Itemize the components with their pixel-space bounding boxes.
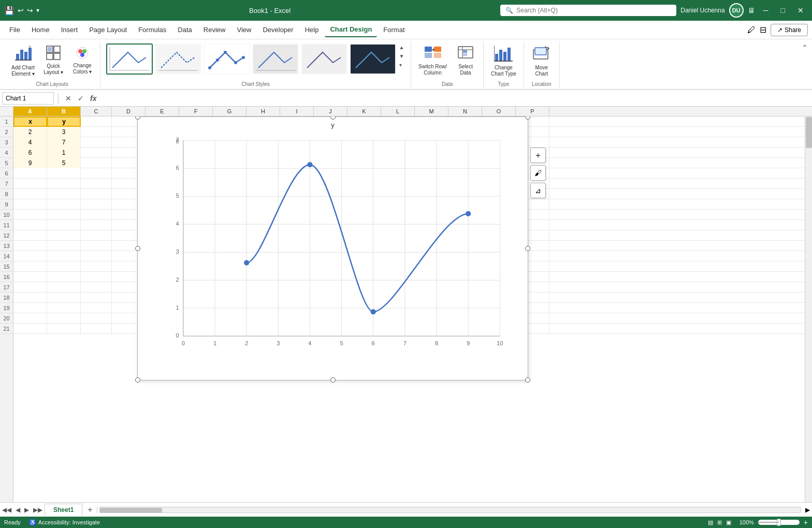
- col-header-L[interactable]: L: [381, 107, 415, 116]
- chart-style-2[interactable]: [155, 43, 201, 75]
- cell-A16[interactable]: [13, 272, 47, 282]
- menu-view[interactable]: View: [231, 23, 256, 37]
- row-num-7[interactable]: 7: [0, 179, 13, 189]
- redo-icon[interactable]: ↪: [27, 6, 33, 14]
- chart-overlay[interactable]: y: [137, 116, 528, 380]
- col-header-J[interactable]: J: [314, 107, 347, 116]
- vertical-scrollbar[interactable]: [805, 116, 812, 502]
- row-num-13[interactable]: 13: [0, 241, 13, 251]
- close-btn[interactable]: ✕: [793, 4, 808, 17]
- horizontal-scroll-thumb[interactable]: [100, 508, 162, 513]
- row-num-6[interactable]: 6: [0, 168, 13, 179]
- search-box[interactable]: 🔍 Search (Alt+Q): [500, 5, 676, 16]
- cell-B1[interactable]: y: [47, 116, 81, 127]
- page-layout-view-btn[interactable]: ⊞: [717, 519, 722, 526]
- row-num-17[interactable]: 17: [0, 282, 13, 292]
- cell-B9[interactable]: [47, 199, 81, 210]
- cell-A20[interactable]: [13, 313, 47, 324]
- chart-styles-side-btn[interactable]: 🖌: [530, 165, 546, 181]
- cell-C18[interactable]: [81, 292, 112, 303]
- cell-B3[interactable]: 7: [47, 137, 81, 148]
- cancel-icon[interactable]: ✕: [63, 93, 74, 104]
- cell-A1[interactable]: x: [13, 116, 47, 127]
- cell-A13[interactable]: [13, 241, 47, 251]
- chart-handle-br[interactable]: [525, 377, 530, 383]
- function-icon[interactable]: fx: [88, 93, 98, 104]
- formula-input[interactable]: [100, 95, 810, 102]
- cell-C19[interactable]: [81, 303, 112, 313]
- cell-A19[interactable]: [13, 303, 47, 313]
- cell-B4[interactable]: 1: [47, 148, 81, 158]
- cell-B20[interactable]: [47, 313, 81, 324]
- cell-C13[interactable]: [81, 241, 112, 251]
- menu-file[interactable]: File: [4, 23, 25, 37]
- menu-formulas[interactable]: Formulas: [133, 23, 171, 37]
- cell-A6[interactable]: [13, 168, 47, 179]
- cell-A17[interactable]: [13, 282, 47, 292]
- cell-C17[interactable]: [81, 282, 112, 292]
- col-header-I[interactable]: I: [280, 107, 314, 116]
- col-header-A[interactable]: A: [13, 107, 47, 116]
- cell-A5[interactable]: 9: [13, 158, 47, 168]
- row-num-9[interactable]: 9: [0, 199, 13, 210]
- cell-B14[interactable]: [47, 251, 81, 261]
- cell-A7[interactable]: [13, 179, 47, 189]
- row-num-19[interactable]: 19: [0, 303, 13, 313]
- cell-B8[interactable]: [47, 189, 81, 199]
- row-num-21[interactable]: 21: [0, 324, 13, 334]
- cell-A15[interactable]: [13, 261, 47, 272]
- chart-handle-bc[interactable]: [330, 377, 336, 383]
- pen-icon[interactable]: 🖊: [747, 25, 756, 35]
- row-num-20[interactable]: 20: [0, 313, 13, 324]
- change-chart-type-button[interactable]: ChangeChart Type: [488, 43, 519, 79]
- cell-A2[interactable]: 2: [13, 127, 47, 137]
- cell-A18[interactable]: [13, 292, 47, 303]
- cell-C11[interactable]: [81, 220, 112, 230]
- undo-icon[interactable]: ↩: [18, 6, 24, 14]
- chart-handle-mr[interactable]: [525, 246, 530, 251]
- col-header-D[interactable]: D: [112, 107, 146, 116]
- scroll-right-end[interactable]: ▶: [803, 506, 812, 514]
- cell-C6[interactable]: [81, 168, 112, 179]
- col-header-P[interactable]: P: [516, 107, 549, 116]
- cell-A14[interactable]: [13, 251, 47, 261]
- cell-C3[interactable]: [81, 137, 112, 148]
- tab-nav-next[interactable]: ▶: [22, 506, 31, 514]
- sheet-tab-sheet1[interactable]: Sheet1: [45, 504, 82, 516]
- change-colors-button[interactable]: ChangeColors ▾: [69, 43, 96, 77]
- cell-C1[interactable]: [81, 116, 112, 127]
- cell-A11[interactable]: [13, 220, 47, 230]
- cell-B17[interactable]: [47, 282, 81, 292]
- scroll-down-btn[interactable]: ▼: [398, 52, 405, 60]
- row-num-5[interactable]: 5: [0, 158, 13, 168]
- chart-handle-bl[interactable]: [135, 377, 140, 383]
- layout-icon[interactable]: ⊟: [760, 25, 766, 35]
- cell-C2[interactable]: [81, 127, 112, 137]
- cell-A8[interactable]: [13, 189, 47, 199]
- col-header-B[interactable]: B: [47, 107, 81, 116]
- menu-data[interactable]: Data: [172, 23, 197, 37]
- menu-insert[interactable]: Insert: [56, 23, 83, 37]
- cell-B15[interactable]: [47, 261, 81, 272]
- col-header-E[interactable]: E: [146, 107, 179, 116]
- row-num-11[interactable]: 11: [0, 220, 13, 230]
- ribbon-display-icon[interactable]: 🖥: [748, 6, 755, 14]
- cell-B16[interactable]: [47, 272, 81, 282]
- cell-B19[interactable]: [47, 303, 81, 313]
- name-box[interactable]: Chart 1: [2, 92, 54, 105]
- switch-row-column-button[interactable]: Switch Row/Column: [415, 43, 450, 78]
- zoom-slider[interactable]: [758, 520, 800, 525]
- col-header-N[interactable]: N: [448, 107, 482, 116]
- add-sheet-btn[interactable]: +: [83, 503, 96, 517]
- cell-A3[interactable]: 4: [13, 137, 47, 148]
- cell-B12[interactable]: [47, 230, 81, 241]
- col-header-O[interactable]: O: [482, 107, 516, 116]
- cell-A21[interactable]: [13, 324, 47, 334]
- cell-A9[interactable]: [13, 199, 47, 210]
- cell-C4[interactable]: [81, 148, 112, 158]
- chart-filters-btn[interactable]: ⊿: [530, 183, 546, 198]
- chart-style-4[interactable]: [252, 43, 299, 75]
- vertical-scroll-thumb[interactable]: [806, 117, 812, 148]
- cell-C8[interactable]: [81, 189, 112, 199]
- menu-review[interactable]: Review: [198, 23, 231, 37]
